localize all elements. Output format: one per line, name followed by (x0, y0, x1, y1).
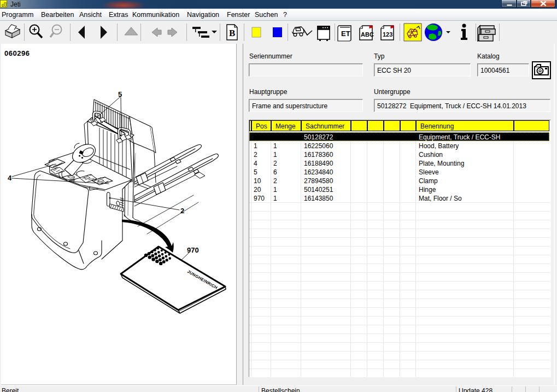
svg-text:5: 5 (118, 90, 122, 98)
svg-text:970: 970 (187, 246, 199, 254)
svg-text:123: 123 (383, 31, 392, 38)
svg-text:ET: ET (341, 30, 350, 38)
svg-text:2: 2 (180, 207, 184, 215)
svg-text:4: 4 (8, 174, 12, 182)
svg-text:B: B (229, 28, 235, 38)
svg-text:ABC: ABC (361, 31, 374, 38)
